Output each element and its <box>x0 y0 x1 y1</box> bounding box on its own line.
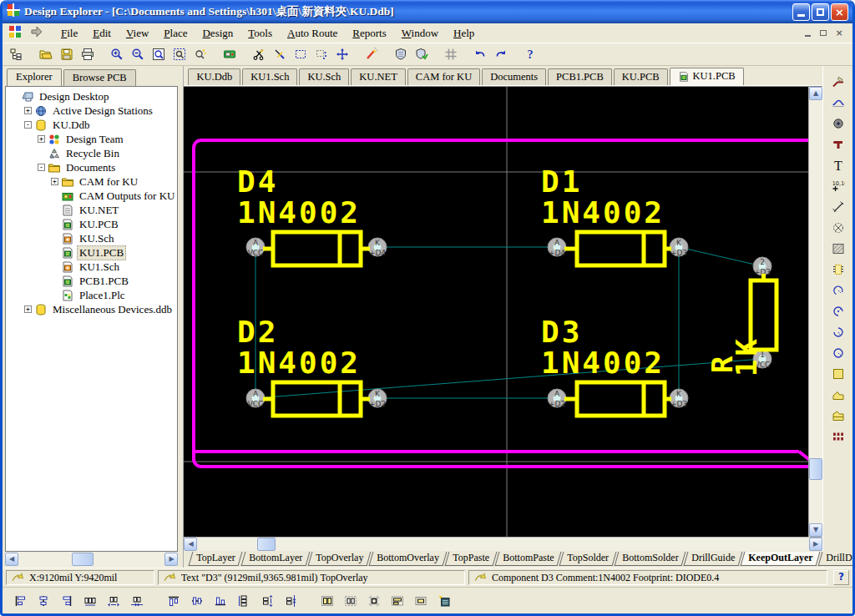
tree-item-place1-plc[interactable]: Place1.Plc <box>8 288 177 302</box>
align-middle-button[interactable] <box>186 591 208 611</box>
align-bottom-button[interactable] <box>210 591 231 611</box>
wand-button[interactable] <box>362 45 382 63</box>
dec-space-h-button[interactable] <box>126 591 148 611</box>
layer-tab-toppaste[interactable]: TopPaste <box>444 552 497 566</box>
menu-window[interactable]: Window <box>394 24 446 43</box>
place-string-button[interactable]: T <box>827 156 849 174</box>
inc-space-v-button[interactable] <box>256 591 278 611</box>
zoom-window-button[interactable] <box>149 45 169 63</box>
arc-edge-button[interactable] <box>827 281 849 299</box>
doc-tab-ku1-sch[interactable]: KU1.Sch <box>242 68 297 85</box>
tree-item-design-team[interactable]: +Design Team <box>8 132 177 146</box>
place-curve-button[interactable] <box>827 93 849 111</box>
tree-item-label[interactable]: Design Desktop <box>37 90 111 104</box>
tree-item-cam-outputs-for-ku[interactable]: CAM Outputs for KU <box>8 189 177 203</box>
space-equal-h-button[interactable] <box>79 591 101 611</box>
arc-angle-button[interactable] <box>827 323 849 341</box>
align-left-button[interactable] <box>9 591 31 611</box>
layer-tab-bottompaste[interactable]: BottomPaste <box>494 552 561 566</box>
interactive-place-button[interactable] <box>433 591 455 611</box>
deselect-button[interactable] <box>311 45 331 63</box>
print-button[interactable] <box>78 45 98 63</box>
split-plane-button[interactable] <box>827 406 849 424</box>
place-pad-button[interactable] <box>827 114 849 132</box>
tree-item-ku-pcb[interactable]: KU.PCB <box>8 217 177 231</box>
scroll-up-icon[interactable]: ▲ <box>809 87 822 100</box>
align-center-h-button[interactable] <box>33 591 54 611</box>
tree-item-ku1-pcb[interactable]: KU1.PCB <box>8 245 177 260</box>
layer-colors-button[interactable] <box>220 45 240 63</box>
redo-button[interactable] <box>491 45 511 63</box>
collapse-icon[interactable]: - <box>38 164 45 171</box>
zoom-out-button[interactable] <box>128 45 148 63</box>
zoom-board-button[interactable] <box>169 45 190 63</box>
move-button[interactable] <box>332 45 352 63</box>
menu-auto-route[interactable]: Auto Route <box>280 24 345 43</box>
doc-tab-pcb1-pcb[interactable]: PCB1.PCB <box>548 68 612 85</box>
pcb-canvas[interactable]: AVCCK+D4D41N4002A+D4K+D3D11N4002AVCCK+D2… <box>184 87 822 537</box>
layer-tab-topsolder[interactable]: TopSolder <box>559 552 616 566</box>
tree-item-label[interactable]: KU.Sch <box>77 232 117 245</box>
place-hatch-button[interactable] <box>827 240 849 257</box>
arc-center-button[interactable] <box>827 302 849 320</box>
scroll-thumb[interactable] <box>72 553 94 566</box>
help-button[interactable]: ? <box>520 45 540 63</box>
doc-tab-ku-ddb[interactable]: KU.Ddb <box>188 68 240 85</box>
tree-item-label[interactable]: KU.Ddb <box>50 119 92 132</box>
tree-item-label[interactable]: Place1.Plc <box>77 289 128 302</box>
tree-item-label[interactable]: Miscellaneous Devices.ddb <box>50 303 175 316</box>
doc-tab-documents[interactable]: Documents <box>482 68 546 85</box>
menu-design[interactable]: Design <box>195 24 240 43</box>
tree-toggle-button[interactable] <box>7 45 27 63</box>
tree-item-label[interactable]: KU.PCB <box>77 218 121 231</box>
open-button[interactable] <box>36 45 56 63</box>
inc-space-h-button[interactable] <box>103 591 124 611</box>
doc-tab-ku-net[interactable]: KU.NET <box>351 68 405 85</box>
tree-item-label[interactable]: KU1.Sch <box>77 260 122 274</box>
tree-item-documents[interactable]: -Documents <box>8 160 177 174</box>
zoom-in-button[interactable] <box>107 45 127 63</box>
shield-button[interactable] <box>391 45 411 63</box>
room-button[interactable] <box>387 591 408 611</box>
menu-view[interactable]: View <box>119 24 156 43</box>
snap-grid-button[interactable] <box>363 591 385 611</box>
scroll-right-icon[interactable]: ▶ <box>164 553 178 566</box>
menu-reports[interactable]: Reports <box>345 24 393 43</box>
layer-tab-drillguide[interactable]: DrillGuide <box>684 552 743 566</box>
panel-horizontal-scrollbar[interactable]: ◀ ▶ <box>5 553 178 567</box>
tree-item-label[interactable]: KU.NET <box>77 204 121 217</box>
tree-item-label[interactable]: CAM for KU <box>77 175 140 189</box>
tree-item-ku-sch[interactable]: KU.Sch <box>8 231 177 245</box>
help-button[interactable]: ? <box>833 570 849 585</box>
tree-item-label[interactable]: CAM Outputs for KU <box>77 189 177 203</box>
canvas-horizontal-scrollbar[interactable]: ◀ ▶ <box>184 537 822 551</box>
panel-tab-explorer[interactable]: Explorer <box>7 68 62 86</box>
doc-tab-cam-for-ku[interactable]: CAM for KU <box>407 68 480 85</box>
menu-help[interactable]: Help <box>446 24 482 43</box>
save-button[interactable] <box>57 45 77 63</box>
place-dimension-button[interactable] <box>827 198 849 215</box>
layer-tab-topoverlay[interactable]: TopOverlay <box>308 552 372 566</box>
menu-place[interactable]: Place <box>156 24 195 43</box>
close-button[interactable]: × <box>831 3 848 21</box>
expand-icon[interactable]: + <box>38 135 45 143</box>
paste-array-button[interactable] <box>827 427 849 445</box>
place-via-button[interactable] <box>827 135 849 153</box>
maximize-button[interactable] <box>812 3 829 21</box>
zoom-point-button[interactable] <box>190 45 210 63</box>
mdi-close-button[interactable]: × <box>832 28 846 39</box>
place-fill-button[interactable] <box>827 365 849 382</box>
canvas-vertical-scrollbar[interactable]: ▲ ▼ <box>808 87 822 537</box>
cut-button[interactable] <box>249 45 269 63</box>
tree-item-label[interactable]: Active Design Stations <box>50 104 155 118</box>
slice-button[interactable] <box>270 45 290 63</box>
pcb-canvas-area[interactable]: AVCCK+D4D41N4002A+D4K+D3D11N4002AVCCK+D2… <box>184 86 822 537</box>
scroll-thumb[interactable] <box>257 538 276 551</box>
layer-tab-keepoutlayer[interactable]: KeepOutLayer <box>741 552 821 566</box>
tree-item-ku1-sch[interactable]: KU1.Sch <box>8 260 177 274</box>
doc-tab-ku1-pcb[interactable]: KU1.PCB <box>670 68 744 85</box>
place-coordinate-button[interactable]: 10,10 <box>827 177 849 194</box>
export-arrow-icon[interactable] <box>28 25 45 42</box>
menu-file[interactable]: File <box>53 24 85 43</box>
mdi-restore-button[interactable] <box>817 28 830 39</box>
